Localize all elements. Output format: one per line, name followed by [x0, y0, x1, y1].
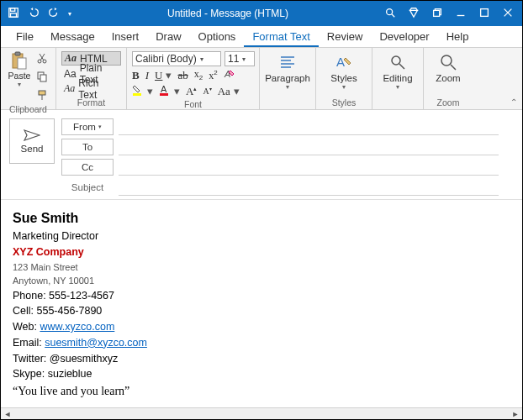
sig-web-link[interactable]: www.xyzco.com	[40, 321, 114, 333]
svg-rect-11	[15, 52, 20, 55]
sig-motto: “You live and you learn”	[13, 382, 510, 400]
sig-email: Email: suesmith@xyzco.com	[13, 335, 510, 351]
underline-button[interactable]: U	[155, 69, 162, 82]
ribbon-tabs: File Message Insert Draw Options Format …	[1, 26, 522, 48]
tab-message[interactable]: Message	[42, 27, 103, 47]
svg-point-3	[387, 8, 393, 14]
svg-line-33	[451, 65, 456, 70]
cc-button[interactable]: Cc	[61, 159, 114, 176]
change-case-button[interactable]: Aa	[218, 85, 230, 98]
tab-review[interactable]: Review	[319, 27, 372, 47]
window-restore-icon[interactable]	[431, 7, 443, 21]
group-label-font: Font	[132, 98, 254, 111]
sig-phone: Phone: 555-123-4567	[13, 288, 510, 304]
tab-insert[interactable]: Insert	[103, 27, 148, 47]
scroll-left-icon[interactable]: ◄	[3, 409, 13, 419]
copy-icon[interactable]	[36, 71, 48, 85]
tab-help[interactable]: Help	[438, 27, 478, 47]
subject-field[interactable]	[119, 179, 499, 196]
sig-company: XYZ Company	[13, 244, 510, 260]
svg-text:A: A	[224, 69, 230, 79]
paragraph-button[interactable]: Paragraph ▾	[265, 50, 310, 91]
sig-addr1: 123 Main Street	[13, 260, 510, 275]
collapse-ribbon-icon[interactable]: ⌃	[510, 97, 517, 107]
cut-icon[interactable]	[36, 52, 48, 66]
minimize-icon[interactable]	[455, 7, 467, 21]
title-bar: ▾ Untitled - Message (HTML)	[1, 1, 522, 26]
svg-rect-5	[434, 10, 440, 16]
svg-rect-1	[11, 8, 15, 11]
svg-rect-22	[133, 93, 141, 96]
hscrollbar[interactable]: ◄ ►	[1, 407, 522, 419]
sig-cell: Cell: 555-456-7890	[13, 303, 510, 319]
subscript-button[interactable]: x2	[194, 68, 203, 81]
svg-text:A: A	[161, 84, 167, 94]
svg-line-4	[392, 13, 395, 17]
from-button[interactable]: From▾	[61, 118, 114, 135]
diamond-icon[interactable]	[408, 7, 420, 21]
clear-format-icon[interactable]: A	[224, 68, 235, 83]
editing-button[interactable]: Editing ▾	[378, 50, 418, 91]
svg-rect-18	[40, 75, 46, 81]
sig-twitter: Twitter: @suesmithxyz	[13, 351, 510, 367]
highlight-button[interactable]	[132, 84, 144, 99]
window-title: Untitled - Message (HTML)	[71, 8, 384, 19]
tab-format-text[interactable]: Format Text	[244, 27, 318, 47]
paste-button[interactable]: Paste ▾	[6, 50, 33, 88]
bold-button[interactable]: B	[132, 69, 140, 82]
sig-email-link[interactable]: suesmith@xyzco.com	[45, 337, 147, 349]
search-icon[interactable]	[384, 7, 396, 21]
format-rich-button[interactable]: AaRich Text	[61, 81, 121, 96]
save-icon[interactable]	[8, 7, 19, 21]
ribbon: Paste ▾ Clipboard AaHTML AaPlain Text Aa…	[1, 48, 522, 110]
svg-rect-2	[11, 13, 17, 16]
to-button[interactable]: To	[61, 139, 114, 155]
maximize-icon[interactable]	[478, 7, 490, 21]
scroll-right-icon[interactable]: ►	[510, 409, 520, 419]
tab-options[interactable]: Options	[190, 27, 245, 47]
format-painter-icon[interactable]	[36, 89, 48, 103]
group-label-zoom: Zoom	[429, 97, 468, 109]
compose-header: Send From▾ To Cc Subject	[1, 110, 522, 200]
mail-body[interactable]: Sue Smith Marketing Director XYZ Company…	[1, 200, 522, 410]
send-button[interactable]: Send	[9, 118, 55, 164]
svg-line-31	[399, 64, 404, 69]
svg-point-32	[441, 55, 452, 66]
font-color-button[interactable]: A	[159, 84, 171, 99]
sig-addr2: Anytown, NY 10001	[13, 274, 510, 288]
superscript-button[interactable]: x2	[209, 69, 217, 82]
shrink-font-button[interactable]: A▾	[203, 86, 211, 96]
strikethrough-button[interactable]: ab	[177, 69, 188, 82]
group-label-format: Format	[61, 97, 121, 109]
tab-file[interactable]: File	[8, 27, 42, 47]
zoom-button[interactable]: Zoom	[429, 50, 468, 83]
svg-text:A: A	[336, 55, 345, 69]
tab-draw[interactable]: Draw	[147, 27, 189, 47]
font-size-combo[interactable]: 11▾	[225, 51, 255, 66]
svg-rect-19	[39, 91, 45, 95]
sig-title: Marketing Director	[13, 228, 510, 244]
grow-font-button[interactable]: A▴	[186, 85, 197, 98]
tab-developer[interactable]: Developer	[371, 27, 437, 47]
font-name-combo[interactable]: Calibri (Body)▾	[132, 51, 221, 66]
italic-button[interactable]: I	[145, 69, 149, 82]
sig-web: Web: www.xyzco.com	[13, 319, 510, 335]
to-field[interactable]	[119, 139, 499, 155]
svg-rect-12	[18, 58, 26, 69]
styles-button[interactable]: A Styles ▾	[321, 50, 367, 91]
cc-field[interactable]	[119, 159, 499, 176]
subject-label: Subject	[61, 182, 114, 192]
svg-point-30	[392, 56, 400, 65]
svg-rect-24	[160, 93, 168, 96]
redo-icon[interactable]	[48, 7, 60, 21]
svg-rect-7	[481, 8, 489, 16]
group-label-styles: Styles	[321, 97, 367, 109]
from-field[interactable]	[119, 118, 499, 135]
close-icon[interactable]	[502, 7, 514, 21]
sig-name: Sue Smith	[13, 208, 510, 228]
undo-icon[interactable]	[28, 7, 40, 21]
sig-skype: Skype: suzieblue	[13, 366, 510, 382]
group-label-clipboard: Clipboard	[6, 103, 50, 116]
